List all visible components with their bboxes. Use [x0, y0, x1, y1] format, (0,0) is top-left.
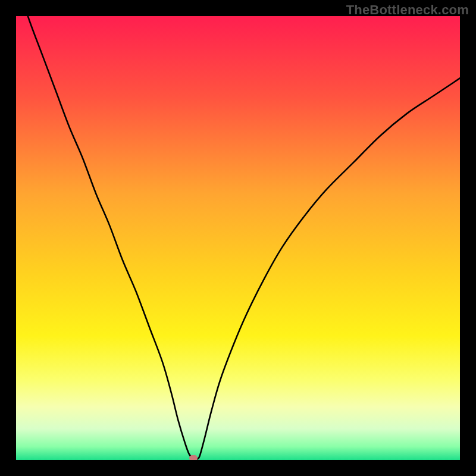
watermark-text: TheBottleneck.com	[346, 2, 469, 18]
chart-frame: TheBottleneck.com	[0, 0, 476, 476]
plot-area	[16, 16, 460, 460]
optimum-marker	[189, 455, 198, 460]
bottleneck-curve	[16, 16, 460, 460]
